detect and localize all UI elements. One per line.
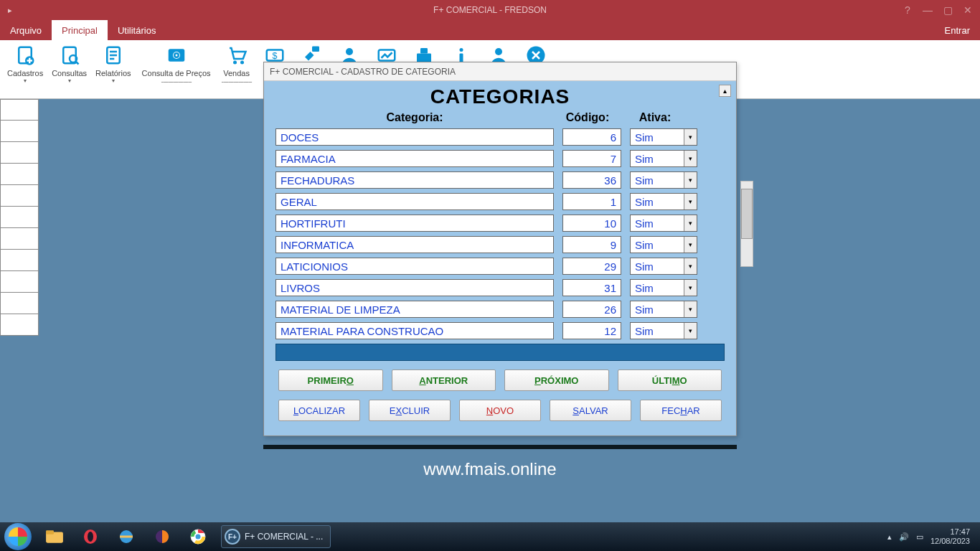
taskbar-app-label: F+ COMERCIAL - ... — [245, 532, 323, 542]
record-selector[interactable] — [0, 185, 39, 207]
taskbar-opera-icon[interactable] — [75, 525, 106, 548]
record-selector[interactable] — [0, 121, 39, 142]
volume-icon[interactable]: 🔊 — [899, 532, 909, 542]
ativa-select[interactable]: Sim▾ — [630, 236, 697, 253]
clock[interactable]: 17:47 12/08/2023 — [930, 527, 970, 546]
proximo-button[interactable]: PRÓXIMO — [504, 369, 609, 391]
categoria-field[interactable]: FARMACIA — [275, 150, 554, 167]
ribbon-dash: ------------------ — [222, 77, 252, 85]
ribbon-cadastros[interactable]: Cadastros ▾ — [4, 43, 46, 84]
chevron-down-icon[interactable]: ▾ — [684, 215, 697, 231]
record-selector[interactable] — [0, 99, 39, 121]
novo-button[interactable]: NOVO — [459, 400, 541, 421]
codigo-field[interactable]: 6 — [562, 128, 621, 146]
salvar-button[interactable]: SALVAR — [550, 400, 631, 421]
chevron-down-icon[interactable]: ▾ — [684, 194, 697, 209]
codigo-field[interactable]: 29 — [562, 258, 621, 275]
chevron-down-icon[interactable]: ▾ — [684, 301, 697, 317]
codigo-field[interactable]: 12 — [562, 322, 621, 339]
chevron-down-icon[interactable]: ▾ — [684, 172, 697, 188]
categoria-field[interactable]: LATICIONIOS — [275, 258, 554, 275]
codigo-field[interactable]: 9 — [562, 236, 621, 253]
signin-link[interactable]: Entrar — [935, 20, 980, 40]
ribbon-vendas[interactable]: Vendas ------------------ — [219, 43, 255, 85]
scroll-up-button[interactable]: ▴ — [719, 85, 731, 97]
ribbon-consulta-precos[interactable]: Consulta de Preços ------------------ — [137, 43, 216, 85]
clock-date: 12/08/2023 — [930, 537, 970, 546]
minimize-icon[interactable]: — — [921, 4, 934, 17]
ativa-select[interactable]: Sim▾ — [630, 322, 697, 339]
qat-icon[interactable]: ▸ — [4, 4, 16, 16]
codigo-field[interactable]: 36 — [562, 171, 621, 189]
scrollbar-thumb[interactable] — [741, 189, 753, 239]
start-button[interactable] — [4, 523, 32, 550]
help-icon[interactable]: ? — [901, 4, 914, 17]
chevron-down-icon: ▾ — [68, 77, 71, 84]
ativa-select[interactable]: Sim▾ — [630, 215, 697, 232]
grid-row: LATICIONIOS29Sim▾ — [275, 258, 725, 275]
ribbon-consultas[interactable]: Consultas ▾ — [49, 43, 90, 84]
codigo-field[interactable]: 7 — [562, 150, 621, 167]
categoria-field[interactable]: MATERIAL PARA CONSTRUCAO — [275, 322, 554, 339]
ativa-select[interactable]: Sim▾ — [630, 150, 697, 167]
categoria-field[interactable]: DOCES — [275, 128, 554, 146]
categoria-field[interactable]: FECHADURAS — [275, 171, 554, 189]
ativa-select[interactable]: Sim▾ — [630, 279, 697, 296]
codigo-field[interactable]: 31 — [562, 279, 621, 296]
dialog-categorias: F+ COMERCIAL - CADASTRO DE CATEGORIA ▴ C… — [263, 62, 737, 436]
ribbon-relatorios[interactable]: Relatórios ▾ — [93, 43, 134, 84]
anterior-button[interactable]: ANTERIOR — [392, 369, 496, 391]
record-selector[interactable] — [0, 293, 39, 314]
ativa-select[interactable]: Sim▾ — [630, 258, 697, 275]
ativa-select[interactable]: Sim▾ — [630, 128, 697, 146]
close-icon[interactable]: ✕ — [961, 4, 974, 17]
taskbar-app-button[interactable]: F+ F+ COMERCIAL - ... — [221, 525, 331, 548]
chevron-down-icon[interactable]: ▾ — [684, 323, 697, 339]
codigo-field[interactable]: 26 — [562, 301, 621, 318]
chevron-down-icon[interactable]: ▾ — [684, 258, 697, 274]
chevron-down-icon[interactable]: ▾ — [684, 129, 697, 145]
localizar-button[interactable]: LOCALIZAR — [278, 400, 360, 421]
col-ativa: Ativa: — [621, 111, 689, 124]
taskbar-firefox-icon[interactable] — [146, 525, 178, 548]
tab-principal[interactable]: Principal — [52, 20, 108, 40]
categoria-field[interactable]: INFORMATICA — [275, 236, 554, 253]
maximize-icon[interactable]: ▢ — [941, 4, 954, 17]
primeiro-button[interactable]: PRIMEIRO — [278, 369, 383, 391]
tab-arquivo[interactable]: Arquivo — [0, 20, 52, 40]
codigo-field[interactable]: 10 — [562, 215, 621, 232]
categoria-field[interactable]: MATERIAL DE LIMPEZA — [275, 301, 554, 318]
taskbar-chrome-icon[interactable] — [182, 525, 214, 548]
ultimo-button[interactable]: ÚLTIMO — [618, 369, 722, 391]
col-codigo: Código: — [554, 111, 621, 124]
chevron-down-icon[interactable]: ▾ — [684, 151, 697, 166]
taskbar-ie-icon[interactable] — [110, 525, 142, 548]
tab-utilitarios[interactable]: Utilitários — [108, 20, 166, 40]
ativa-select[interactable]: Sim▾ — [630, 301, 697, 318]
categoria-field[interactable]: GERAL — [275, 193, 554, 210]
record-selector[interactable] — [0, 250, 39, 271]
record-selector[interactable] — [0, 142, 39, 164]
action-center-icon[interactable]: ▭ — [916, 532, 923, 542]
codigo-field[interactable]: 1 — [562, 193, 621, 210]
categoria-field[interactable]: HORTIFRUTI — [275, 215, 554, 232]
ativa-select[interactable]: Sim▾ — [630, 193, 697, 210]
record-selector[interactable] — [0, 271, 39, 293]
record-selector[interactable] — [0, 207, 39, 228]
tray-expand-icon[interactable]: ▴ — [887, 532, 892, 542]
chevron-down-icon[interactable]: ▾ — [684, 237, 697, 253]
record-selector[interactable] — [0, 228, 39, 250]
record-selector[interactable] — [0, 164, 39, 185]
chevron-down-icon[interactable]: ▾ — [684, 280, 697, 296]
taskbar-explorer-icon[interactable] — [39, 525, 70, 548]
dialog-heading: CATEGORIAS — [268, 84, 732, 108]
scrollbar-track[interactable] — [740, 181, 753, 267]
cart-icon — [225, 43, 249, 67]
quick-access-toolbar: ▸ — [0, 4, 16, 16]
categoria-field[interactable]: LIVROS — [275, 279, 554, 296]
ativa-select[interactable]: Sim▾ — [630, 171, 697, 189]
record-selector[interactable] — [0, 314, 39, 336]
record-selectors — [0, 99, 39, 336]
fechar-button[interactable]: FECHAR — [640, 400, 722, 421]
excluir-button[interactable]: EXCLUIR — [369, 400, 451, 421]
